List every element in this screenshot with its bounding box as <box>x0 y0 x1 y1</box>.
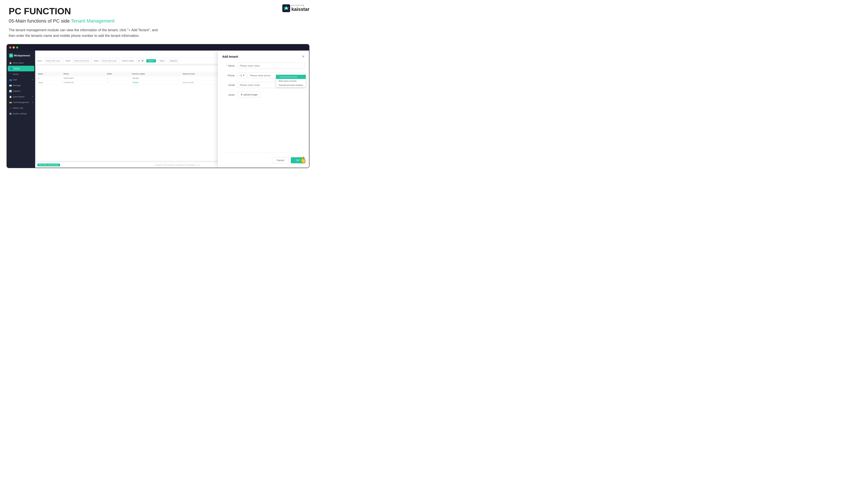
chevron-down-icon: ▾ <box>243 74 244 77</box>
sidebar-logo-icon: W <box>9 54 13 58</box>
cell-phone: 15587610877 <box>62 76 105 80</box>
sidebar-label-card-mgmt: Card Management <box>13 101 29 103</box>
cell-status: No stay <box>130 76 181 80</box>
chevron-report: ▾ <box>32 96 33 98</box>
required-star: * <box>226 64 227 67</box>
sidebar-item-tenant[interactable]: 👤 Tenant <box>8 66 34 71</box>
cancel-button[interactable]: Cancel <box>272 157 289 163</box>
photo-form-label: photo: <box>222 94 235 96</box>
sidebar-label-query-report: Query Report <box>13 96 25 98</box>
sidebar-label-statistics: Statistics <box>13 90 21 92</box>
checkin-filter-select[interactable]: All <box>136 59 145 63</box>
device-icon: 📱 <box>9 73 12 75</box>
modal-header: Add tenant ✕ <box>222 55 305 58</box>
col-phone: Phone <box>62 72 105 76</box>
sidebar-item-master-card[interactable]: + Master card <box>7 105 35 111</box>
page-header: PC FUNCTION 05-Main functions of PC side… <box>0 0 316 42</box>
dropdown-menu: + Add individual tenants Batch import of… <box>276 75 306 88</box>
sidebar-label-message: Message <box>13 85 21 87</box>
cell-email: — <box>105 76 130 80</box>
photo-form-row: photo: ⬆ upload image <box>222 92 305 98</box>
sidebar-item-statistics[interactable]: 📊 Statistics <box>7 88 35 94</box>
app-bar <box>7 44 309 51</box>
offline-btn[interactable]: Read offline card information <box>37 164 60 166</box>
message-icon: ✉️ <box>9 84 12 87</box>
dropdown-add-individual[interactable]: + Add individual tenants <box>276 75 306 79</box>
screenshot-wrapper: W WisApartment 🏠 Room status 👤 Tenant 📱 … <box>6 44 309 168</box>
email-filter-label: Email: <box>94 60 99 62</box>
upload-button[interactable]: ⬆ upload image <box>238 92 261 98</box>
modal-title: Add tenant <box>222 55 238 58</box>
sidebar-label-staff: Staff <box>13 79 17 81</box>
checkin-filter-label: Check-in status: <box>122 60 134 62</box>
phone-code-value: +1 <box>239 74 242 77</box>
logo-area: KAISSTAR kaisstar <box>282 4 309 12</box>
cell-email: — <box>105 80 130 85</box>
settings-icon: ⚙️ <box>9 112 12 115</box>
page-description: The tenant management module can view th… <box>9 27 195 38</box>
kaisstar-logo-icon <box>282 4 290 12</box>
name-form-row: * Name: <box>222 63 305 69</box>
name-form-label: * Name: <box>222 64 235 67</box>
app-layout: W WisApartment 🏠 Room status 👤 Tenant 📱 … <box>7 51 309 168</box>
description-line1: The tenant management module can view th… <box>9 28 158 32</box>
sidebar: W WisApartment 🏠 Room status 👤 Tenant 📱 … <box>7 51 35 168</box>
chevron-card: ▾ <box>32 101 33 103</box>
phone-form-label: Phone: <box>222 74 235 77</box>
description-line2: then enter the tenants name and mobile p… <box>9 34 140 37</box>
sidebar-label-room-status: Room status <box>13 62 24 64</box>
sidebar-item-message[interactable]: ✉️ Message <box>7 83 35 88</box>
cell-name: sunny <box>36 80 62 85</box>
staff-icon: 👥 <box>9 78 12 81</box>
user-icon: 👤 <box>10 67 12 70</box>
sidebar-item-card-management[interactable]: 💳 Card Management ▾ <box>7 100 35 105</box>
cell-phone: 11167610 04 <box>62 80 105 85</box>
sidebar-label-master-card: Master card <box>13 107 23 109</box>
expand-button[interactable]: Expand ▾ <box>168 59 179 63</box>
sidebar-item-device[interactable]: 📱 Device <box>7 71 35 77</box>
sidebar-item-room-status[interactable]: 🏠 Room status <box>7 60 35 66</box>
dropdown-batch-import[interactable]: Batch import of tenants <box>276 79 306 83</box>
card-icon: 💳 <box>9 101 12 104</box>
email-form-label: Email: <box>222 84 235 86</box>
cell-name: a <box>36 76 62 80</box>
col-email: Email <box>105 72 130 76</box>
chevron-staff: ▾ <box>32 79 33 81</box>
sidebar-item-system-settings[interactable]: ⚙️ System settings <box>7 111 35 117</box>
name-filter-label: Name: <box>37 60 42 62</box>
phone-filter-label: Phone: <box>65 60 71 62</box>
dropdown-download-template[interactable]: Download and import templates <box>276 83 306 87</box>
name-input[interactable] <box>238 63 305 69</box>
search-button[interactable]: Search <box>146 59 156 62</box>
cell-status: Rented <box>130 80 181 85</box>
phone-code-selector[interactable]: +1 ▾ <box>238 72 246 78</box>
modal-close-button[interactable]: ✕ <box>302 55 305 58</box>
key-icon: + <box>9 107 12 109</box>
modal-dialog: Add tenant ✕ * Name: Pho <box>218 51 309 168</box>
col-checkin-status: Check-in status <box>130 72 181 76</box>
page-subtitle: 05-Main functions of PC side Tenant Mana… <box>9 18 307 24</box>
dot-green <box>16 46 18 48</box>
main-content: ⊙ 111676 1004 Name: Phone: Email: Check-… <box>35 51 309 168</box>
name-filter-input[interactable] <box>44 59 64 63</box>
sidebar-label-device: Device <box>13 73 19 75</box>
page-title: PC FUNCTION <box>9 6 307 17</box>
reset-button[interactable]: Reset <box>158 59 166 63</box>
email-filter-input[interactable] <box>100 59 120 63</box>
modal-footer: Cancel OK <box>222 153 305 163</box>
svg-point-2 <box>285 7 287 9</box>
sidebar-item-staff[interactable]: 👥 Staff ▾ <box>7 77 35 83</box>
sidebar-label-system-settings: System settings <box>13 112 27 115</box>
sidebar-label-tenant: Tenant <box>14 67 20 70</box>
logo-big: kaisstar <box>291 7 309 12</box>
phone-filter-input[interactable] <box>73 59 92 63</box>
logo-text: KAISSTAR kaisstar <box>291 5 309 12</box>
cursor-hand-icon: 👆 <box>299 156 307 164</box>
sidebar-item-query-report[interactable]: 📋 Query Report ▾ <box>7 94 35 100</box>
stats-icon: 📊 <box>9 90 12 92</box>
home-icon: 🏠 <box>9 62 12 64</box>
footer-copyright: Copyright © 2019 Guangzhou Huolangda IOT… <box>155 164 200 166</box>
subtitle-highlight: Tenant Management <box>71 18 115 24</box>
sidebar-logo: W WisApartment <box>7 52 35 60</box>
col-name: Name <box>36 72 62 76</box>
